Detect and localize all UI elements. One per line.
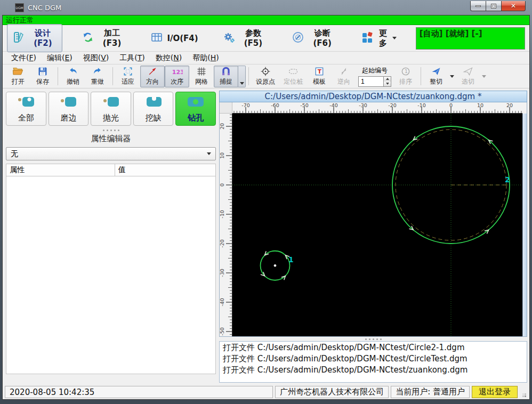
menu-file[interactable]: 文件(F) (6, 52, 42, 64)
vertical-scrollbar[interactable] (522, 114, 527, 336)
redo-icon (92, 66, 103, 77)
svg-text:T: T (318, 68, 322, 75)
tool-button-drill[interactable]: 钻孔 (175, 92, 216, 126)
edge-grind-icon (59, 95, 78, 112)
fit-button[interactable]: 适应 (116, 66, 140, 87)
tool-label: 挖缺 (146, 113, 162, 123)
property-type-value: 无 (11, 149, 18, 159)
menu-help[interactable]: 帮助(H) (187, 52, 224, 64)
sort-button[interactable]: 1 排序 (393, 66, 418, 87)
menu-tools[interactable]: 工具(T) (114, 52, 150, 64)
svg-text:1: 1 (405, 68, 408, 74)
direction-button[interactable]: 方向 (140, 66, 165, 87)
select-cut-dropdown-button[interactable] (480, 66, 488, 87)
template-label: 模板 (313, 77, 326, 86)
toolbar: 打开 保存 撤销 重做 适应 方向 (3, 64, 529, 88)
positioning-icon (288, 66, 299, 77)
company-panel: 广州奇芯机器人技术有限公司 (275, 386, 389, 398)
svg-text:-20: -20 (220, 239, 225, 248)
logout-button[interactable]: 退出登录 (472, 386, 518, 398)
snap-button[interactable]: 捕捉 (214, 66, 238, 87)
order-button[interactable]: 123 次序 (165, 66, 189, 87)
svg-text:1: 1 (288, 255, 294, 264)
tab-diagnosis[interactable]: 诊断(F6) (286, 24, 342, 52)
tab-machining[interactable]: 加工(F3) (76, 24, 132, 52)
menu-edit[interactable]: 编辑(E) (42, 52, 78, 64)
spin-down-icon (386, 83, 389, 85)
set-origin-button[interactable]: 设原点 (252, 66, 279, 87)
column-value: 值 (115, 164, 129, 176)
svg-text:-70: -70 (241, 102, 250, 108)
tool-button-edge-grind[interactable]: 磨边 (49, 92, 89, 126)
svg-text:-50: -50 (300, 102, 309, 108)
template-icon: T (314, 66, 325, 77)
property-type-select[interactable]: 无 (6, 147, 216, 160)
chevron-down-icon (240, 82, 244, 85)
menu-bar: 文件(F) 编辑(E) 视图(V) 工具(T) 数控(N) 帮助(H) (3, 52, 529, 64)
tool-label: 钻孔 (188, 113, 204, 123)
sort-label: 排序 (399, 77, 412, 86)
undo-icon (68, 66, 78, 77)
whole-cut-dropdown-button[interactable] (448, 66, 456, 87)
whole-cut-button[interactable]: 整切 (424, 66, 448, 87)
toolbar-separator (421, 67, 421, 85)
positioning-label: 定位桩 (284, 77, 303, 86)
close-button[interactable]: ✕ (501, 1, 526, 11)
select-cut-label: 选切 (462, 77, 474, 86)
tool-button-notch[interactable]: 挖缺 (133, 92, 174, 126)
snap-dropdown-button[interactable] (238, 66, 246, 87)
direction-icon (147, 66, 158, 77)
svg-text:-10: -10 (220, 210, 225, 219)
svg-text:10: 10 (220, 152, 225, 159)
io-icon (150, 31, 163, 46)
window-title: CNC DGM (28, 4, 61, 12)
grid-button[interactable]: 网格 (189, 66, 214, 87)
tool-label: 抛光 (103, 113, 119, 123)
select-cut-button[interactable]: 选切 (456, 66, 480, 87)
tab-design[interactable]: 设计(F2) (7, 24, 62, 52)
spin-up-button[interactable] (384, 77, 391, 82)
minimize-button[interactable] (470, 1, 486, 11)
property-editor-title: 属性编辑器 (5, 133, 217, 147)
save-button[interactable]: 保存 (30, 66, 55, 87)
start-number-label: 起始编号 (362, 66, 388, 75)
maximize-button[interactable] (486, 1, 501, 11)
set-origin-label: 设原点 (256, 77, 275, 86)
diagnosis-icon (292, 31, 304, 46)
horizontal-splitter[interactable] (219, 337, 527, 341)
property-table-body[interactable] (6, 176, 216, 374)
app-icon: DGM (15, 3, 24, 12)
menu-nc[interactable]: 数控(N) (150, 52, 187, 64)
menu-view[interactable]: 视图(V) (78, 52, 115, 64)
panel-splitter-handle[interactable] (5, 128, 217, 133)
status-bar: 2020-08-05 10:42:35 广州奇芯机器人技术有限公司 当前用户: … (3, 385, 529, 399)
chevron-down-icon (207, 152, 211, 155)
save-icon (37, 66, 48, 77)
title-bar[interactable]: DGM CNC DGM ✕ (0, 0, 532, 15)
open-icon (12, 66, 24, 77)
notch-icon (144, 95, 163, 112)
tab-io[interactable]: I/O(F4) (145, 27, 203, 50)
tool-button-all[interactable]: 全部 (6, 92, 46, 126)
positioning-button[interactable]: 定位桩 (279, 66, 307, 87)
redo-button[interactable]: 重做 (85, 66, 110, 87)
template-button[interactable]: T 模板 (307, 66, 332, 87)
log-line: 打开文件 C:/Users/admin/Desktop/DGM-NCtest/z… (223, 365, 523, 376)
svg-text:10: 10 (477, 102, 483, 108)
sort-icon: 1 (400, 66, 411, 77)
resize-grip-icon[interactable] (520, 392, 527, 399)
drill-icon (186, 95, 205, 112)
start-number-input[interactable] (358, 76, 384, 87)
cad-canvas[interactable]: 12 (232, 114, 522, 336)
open-button[interactable]: 打开 (6, 66, 30, 87)
undo-button[interactable]: 撤销 (61, 66, 85, 87)
snap-icon (221, 66, 231, 77)
reverse-button[interactable]: 逆向 (332, 66, 356, 87)
tool-button-polish[interactable]: 抛光 (91, 92, 131, 126)
tab-parameters[interactable]: 参数(F5) (217, 24, 273, 52)
spin-down-button[interactable] (384, 82, 391, 86)
cad-viewport: -70-60-50-40-30-20-1001020 20100-10-20-3… (219, 102, 527, 337)
more-button[interactable]: 更多 (356, 24, 402, 53)
design-icon (12, 31, 25, 46)
more-button-label: 更多 (377, 28, 389, 49)
